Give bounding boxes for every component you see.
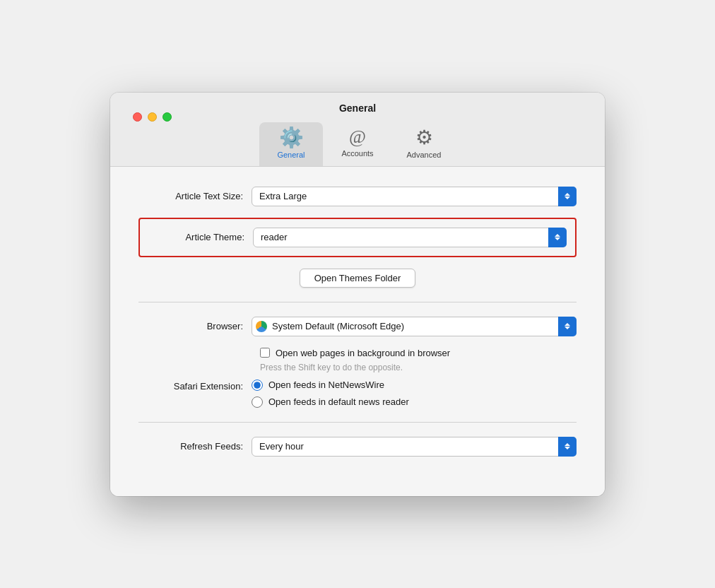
refresh-feeds-label: Refresh Feeds:: [138, 441, 252, 452]
browser-control: System Default (Microsoft Edge) Safari C…: [252, 317, 577, 336]
article-theme-row: Article Theme: reader Default Dark Light: [138, 218, 577, 257]
radio-default-row[interactable]: Open feeds in default news reader: [252, 396, 409, 408]
tab-general[interactable]: ⚙️ General: [259, 122, 323, 166]
close-button[interactable]: [133, 112, 142, 122]
open-themes-folder-button[interactable]: Open Themes Folder: [300, 269, 416, 288]
general-icon: ⚙️: [279, 128, 304, 148]
article-text-size-label: Article Text Size:: [138, 191, 252, 201]
browser-select[interactable]: System Default (Microsoft Edge) Safari C…: [252, 317, 577, 336]
refresh-feeds-select[interactable]: Every hour Every 30 minutes Every 2 hour…: [252, 437, 577, 457]
open-background-text: Open web pages in background in browser: [276, 348, 450, 358]
article-theme-control: reader Default Dark Light: [253, 228, 567, 247]
shift-hint: Press the Shift key to do the opposite.: [260, 363, 577, 372]
window-title: General: [339, 102, 376, 114]
article-text-size-select[interactable]: Extra Large Extra Small Small Medium Lar…: [252, 187, 577, 206]
article-text-size-select-wrapper: Extra Large Extra Small Small Medium Lar…: [252, 187, 577, 206]
divider-1: [138, 302, 577, 302]
zoom-button[interactable]: [162, 112, 172, 122]
accounts-icon: @: [349, 128, 366, 146]
tab-advanced[interactable]: ⚙ Advanced: [392, 122, 456, 166]
open-background-label[interactable]: Open web pages in background in browser: [260, 348, 450, 358]
article-theme-select[interactable]: reader Default Dark Light: [253, 228, 567, 247]
content-area: Article Text Size: Extra Large Extra Sma…: [110, 167, 605, 496]
open-background-row: Open web pages in background in browser: [260, 348, 577, 358]
traffic-lights: [133, 112, 172, 122]
article-text-size-row: Article Text Size: Extra Large Extra Sma…: [138, 187, 577, 206]
tab-general-label: General: [277, 151, 305, 159]
tab-advanced-label: Advanced: [407, 151, 442, 159]
tab-accounts[interactable]: @ Accounts: [326, 122, 389, 166]
advanced-icon: ⚙: [415, 128, 433, 148]
divider-2: [138, 422, 577, 423]
radio-nnw-row[interactable]: Open feeds in NetNewsWire: [252, 380, 409, 391]
toolbar: ⚙️ General @ Accounts ⚙ Advanced: [259, 122, 456, 166]
minimize-button[interactable]: [148, 112, 157, 122]
article-text-size-control: Extra Large Extra Small Small Medium Lar…: [252, 187, 577, 206]
titlebar-row: General: [122, 102, 593, 122]
radio-nnw[interactable]: [252, 380, 263, 391]
safari-extension-radio-group: Open feeds in NetNewsWire Open feeds in …: [252, 380, 409, 408]
themes-folder-row: Open Themes Folder: [138, 269, 577, 288]
refresh-feeds-select-wrapper: Every hour Every 30 minutes Every 2 hour…: [252, 437, 577, 457]
article-theme-select-wrapper: reader Default Dark Light: [253, 228, 567, 247]
browser-label: Browser:: [138, 321, 252, 331]
refresh-feeds-row: Refresh Feeds: Every hour Every 30 minut…: [138, 437, 577, 457]
preferences-window: General ⚙️ General @ Accounts ⚙ Advanced…: [110, 93, 605, 496]
safari-extension-row: Safari Extension: Open feeds in NetNewsW…: [138, 380, 577, 408]
browser-row: Browser: System Default (Microsoft Edge)…: [138, 317, 577, 336]
tab-accounts-label: Accounts: [341, 149, 373, 158]
refresh-feeds-control: Every hour Every 30 minutes Every 2 hour…: [252, 437, 577, 457]
radio-default[interactable]: [252, 396, 263, 408]
radio-nnw-label: Open feeds in NetNewsWire: [268, 380, 384, 390]
titlebar: General ⚙️ General @ Accounts ⚙ Advanced: [110, 93, 605, 167]
article-theme-label: Article Theme:: [148, 232, 253, 242]
safari-extension-label: Safari Extension:: [138, 380, 252, 392]
radio-default-label: Open feeds in default news reader: [268, 396, 409, 407]
browser-select-wrapper: System Default (Microsoft Edge) Safari C…: [252, 317, 577, 336]
open-background-checkbox[interactable]: [260, 348, 270, 358]
